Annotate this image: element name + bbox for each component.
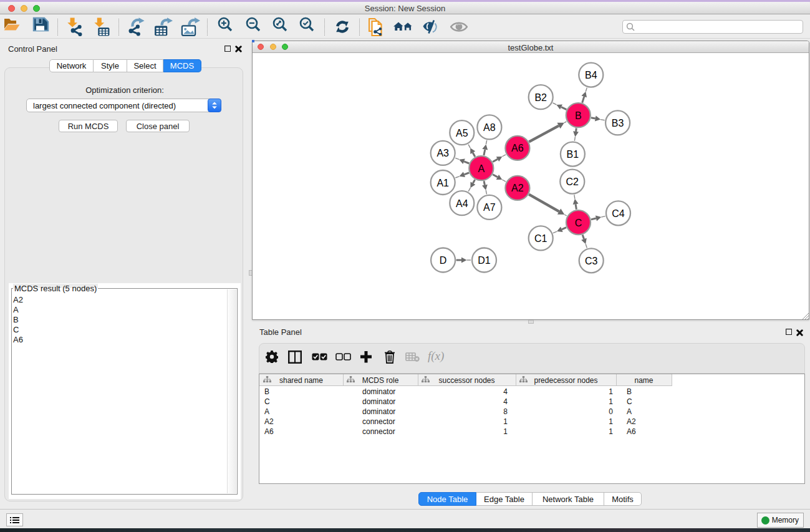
svg-text:A6: A6	[511, 143, 524, 153]
svg-text:A8: A8	[483, 122, 496, 133]
svg-text:B1: B1	[567, 149, 579, 160]
svg-text:C4: C4	[612, 208, 625, 219]
svg-text:A3: A3	[436, 148, 449, 158]
svg-text:D: D	[440, 255, 447, 266]
svg-text:A5: A5	[456, 128, 468, 138]
svg-text:A4: A4	[456, 198, 468, 209]
svg-text:C3: C3	[585, 256, 598, 266]
svg-text:A1: A1	[436, 178, 449, 188]
svg-text:C2: C2	[566, 177, 579, 187]
svg-text:A: A	[478, 163, 485, 174]
svg-text:A7: A7	[483, 202, 496, 213]
svg-text:A2: A2	[511, 183, 524, 193]
svg-text:B: B	[575, 110, 582, 121]
svg-text:C: C	[575, 218, 582, 228]
svg-text:C1: C1	[534, 233, 547, 244]
svg-text:B4: B4	[585, 70, 597, 80]
svg-text:D1: D1	[478, 255, 491, 266]
svg-text:B3: B3	[612, 118, 624, 128]
svg-text:B2: B2	[534, 92, 547, 103]
